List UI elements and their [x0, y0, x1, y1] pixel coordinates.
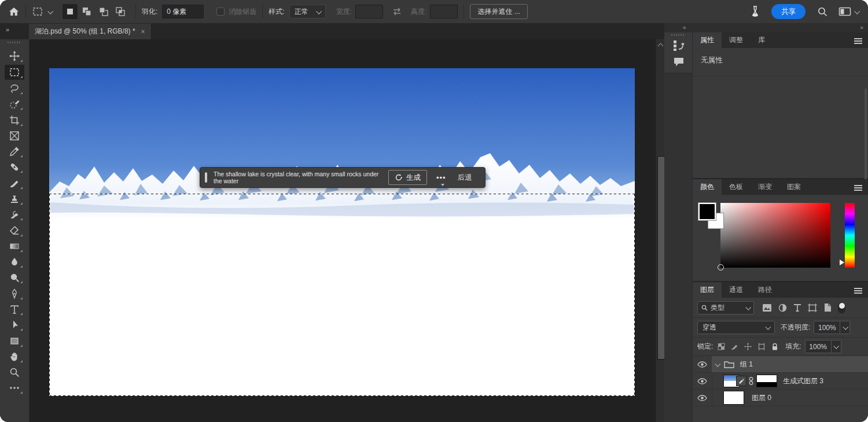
panel-menu-icon[interactable] [854, 38, 862, 39]
lock-position-icon[interactable] [744, 343, 752, 350]
collapse-dock-icon[interactable]: « [683, 24, 686, 31]
scroll-up-arrow-icon[interactable] [658, 43, 664, 49]
filter-shape-icon[interactable] [808, 303, 817, 312]
tool-eyedropper[interactable] [5, 144, 24, 159]
layer-mask-thumbnail[interactable] [756, 375, 777, 387]
tool-hand[interactable] [5, 349, 24, 364]
toolbar-collapse-icon[interactable]: » [6, 26, 10, 33]
layer-name[interactable]: 组 1 [740, 360, 753, 369]
fill-dropdown[interactable] [832, 340, 841, 353]
share-button[interactable]: 共享 [771, 4, 806, 19]
workspace-switcher[interactable] [838, 6, 859, 17]
eye-icon[interactable] [697, 361, 707, 368]
layer-thumbnail[interactable] [723, 391, 744, 405]
tab-paths[interactable]: 路径 [751, 282, 779, 298]
visibility-cell[interactable] [693, 356, 712, 372]
tool-lasso[interactable] [5, 81, 24, 96]
height-input[interactable] [430, 5, 458, 18]
tab-swatches[interactable]: 色板 [722, 179, 751, 195]
blend-mode-select[interactable]: 穿透 [697, 321, 775, 334]
canvas-vertical-scrollbar[interactable] [656, 39, 665, 422]
opacity-value[interactable]: 100% [814, 321, 840, 334]
prompt-text[interactable]: The shallow lake is crystal clear, with … [214, 171, 388, 185]
filter-image-icon[interactable] [762, 303, 772, 312]
saturation-brightness-field[interactable] [720, 203, 830, 268]
layer-row-generative-layer-3[interactable]: 生成式图层 3 [693, 373, 868, 390]
edit-toolbar-button[interactable] [5, 380, 24, 395]
lock-pixels-icon[interactable] [731, 343, 738, 350]
tool-type[interactable] [5, 302, 24, 317]
layer-name[interactable]: 图层 0 [752, 393, 771, 403]
hue-pointer[interactable] [840, 260, 844, 265]
layer-row-group-1[interactable]: 组 1 [693, 356, 868, 373]
width-input[interactable] [355, 5, 383, 18]
close-tab-icon[interactable]: × [141, 28, 145, 36]
tool-clone-stamp[interactable] [5, 191, 24, 206]
tool-preset-marquee[interactable] [32, 6, 52, 17]
intersect-selection-mode-button[interactable] [113, 4, 128, 19]
lock-all-icon[interactable] [771, 343, 778, 351]
opacity-dropdown[interactable] [840, 321, 850, 334]
style-select[interactable]: 正常 [289, 5, 326, 18]
tool-dodge[interactable] [5, 270, 24, 285]
swap-dimensions-icon[interactable] [391, 7, 403, 16]
search-icon[interactable] [817, 6, 828, 17]
layer-row-layer-0[interactable]: 图层 0 [693, 390, 868, 406]
lock-transparency-icon[interactable] [718, 343, 725, 350]
document-tab[interactable]: 湖泊.psd @ 50% (组 1, RGB/8) * × [29, 24, 152, 39]
visibility-cell[interactable] [693, 390, 712, 406]
select-and-mask-button[interactable]: 选择并遮住 ... [470, 4, 527, 19]
tab-patterns[interactable]: 图案 [779, 179, 808, 195]
more-options-button[interactable]: ••• [436, 173, 446, 182]
panel-grip[interactable] [671, 34, 685, 36]
filter-toggle[interactable] [838, 302, 845, 313]
tool-rectangular-marquee[interactable] [5, 65, 24, 80]
filter-smart-object-icon[interactable] [823, 303, 832, 312]
eye-icon[interactable] [697, 395, 707, 401]
add-to-selection-mode-button[interactable] [79, 4, 94, 19]
new-selection-mode-button[interactable] [62, 4, 78, 19]
tool-object-selection[interactable] [5, 97, 24, 112]
tool-rectangle-shape[interactable] [5, 334, 24, 349]
tool-gradient[interactable] [5, 239, 24, 254]
tab-color[interactable]: 颜色 [693, 179, 722, 195]
panel-menu-icon[interactable] [854, 185, 862, 186]
layer-name[interactable]: 生成式图层 3 [783, 376, 823, 386]
tab-gradients[interactable]: 渐变 [751, 179, 779, 195]
tab-libraries[interactable]: 库 [751, 32, 773, 48]
comments-panel-icon[interactable] [673, 57, 685, 67]
tool-move[interactable] [5, 49, 24, 64]
tool-blur[interactable] [5, 254, 24, 269]
generative-fill-prompt-bar[interactable]: The shallow lake is crystal clear, with … [200, 167, 486, 188]
fill-value[interactable]: 100% [805, 340, 832, 353]
tab-adjustments[interactable]: 调整 [722, 32, 751, 48]
expand-dock-icon[interactable]: » [860, 24, 863, 31]
hue-slider[interactable] [845, 203, 855, 268]
tool-history-brush[interactable] [5, 207, 24, 222]
tab-layers[interactable]: 图层 [693, 282, 722, 298]
tool-crop[interactable] [5, 113, 24, 128]
tool-zoom[interactable] [5, 365, 24, 380]
eye-icon[interactable] [697, 378, 707, 384]
tool-eraser[interactable] [5, 223, 24, 238]
lock-artboard-icon[interactable] [757, 343, 766, 350]
mask-link-icon[interactable] [749, 376, 753, 386]
tool-pen[interactable] [5, 286, 24, 301]
panel-grip[interactable] [8, 42, 21, 43]
generate-button[interactable]: 生成 [388, 170, 427, 185]
document-canvas[interactable] [49, 68, 635, 396]
tool-brush[interactable] [5, 176, 24, 191]
panel-scrollbar[interactable] [865, 88, 867, 193]
panel-menu-icon[interactable] [854, 288, 862, 289]
history-panel-icon[interactable] [672, 39, 685, 52]
antialias-checkbox[interactable] [216, 8, 225, 16]
tech-preview-flask-icon[interactable] [749, 5, 761, 18]
group-expand-chevron[interactable] [715, 361, 720, 367]
foreground-color-swatch[interactable] [698, 203, 716, 220]
subtract-from-selection-mode-button[interactable] [96, 4, 111, 19]
visibility-cell[interactable] [693, 373, 712, 389]
tool-path-selection[interactable] [5, 317, 24, 332]
filter-adjustment-icon[interactable] [778, 303, 787, 312]
drag-handle[interactable] [205, 172, 207, 183]
home-icon[interactable] [8, 6, 20, 17]
